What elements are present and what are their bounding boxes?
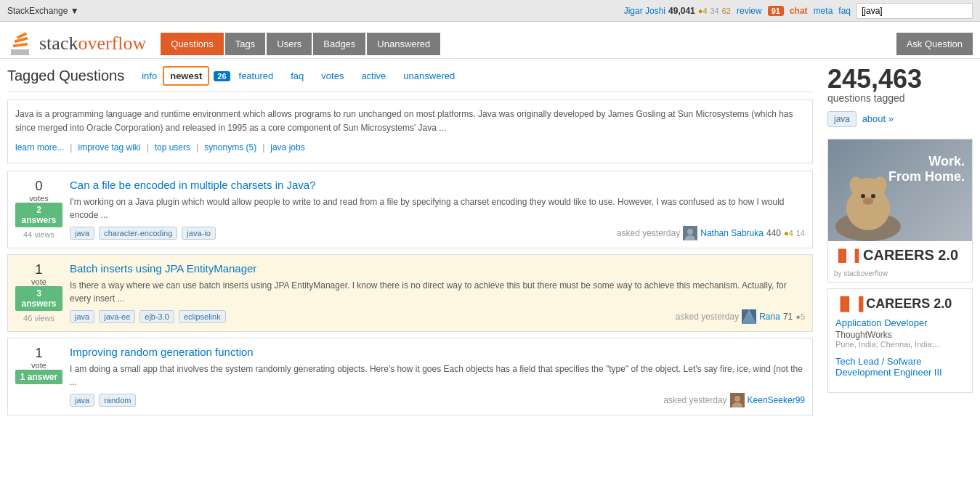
careers2-header: ▐▌▐ CAREERS 2.0: [835, 296, 965, 312]
username-link[interactable]: Rana: [759, 312, 780, 322]
stackexchange-menu[interactable]: StackExchange ▼: [7, 6, 79, 16]
job-title-link[interactable]: Application Developer: [835, 317, 965, 328]
question-tag[interactable]: java: [70, 227, 94, 240]
questions-list: 0 votes 2 answers 44 views Can a file be…: [7, 171, 813, 415]
avatar: [683, 226, 697, 240]
ad-line2: From Home.: [888, 169, 965, 184]
job-company: ThoughtWorks: [835, 330, 965, 340]
careers-byline: by stackoverflow: [828, 269, 972, 282]
badge-silver: ●5: [795, 312, 805, 321]
question-tag[interactable]: java-io: [182, 227, 215, 240]
question-body: Improving random generation function I a…: [70, 346, 805, 407]
careers-ad-1[interactable]: Work. From Home. ▐▌▐ CAREERS 2.0 by stac…: [827, 139, 973, 283]
question-stats: 0 votes 2 answers 44 views: [15, 179, 62, 240]
svg-rect-0: [11, 49, 29, 52]
faq-link[interactable]: faq: [838, 6, 851, 16]
asked-info: asked yesterday Nathan Sabruka 440 ●4 14: [617, 226, 805, 240]
votes-label: vote: [15, 361, 62, 370]
tab-faq[interactable]: faq: [283, 67, 311, 85]
tab-unanswered[interactable]: unanswered: [396, 67, 462, 85]
site-header: stackoverflow Questions Tags Users Badge…: [0, 22, 980, 59]
nav-unanswered[interactable]: Unanswered: [367, 33, 440, 55]
question-tag[interactable]: random: [99, 394, 136, 407]
chat-link[interactable]: chat: [790, 6, 808, 16]
question-stats: 1 vote 3 answers 46 views: [15, 262, 62, 324]
asked-label: asked yesterday: [663, 395, 726, 405]
java-tag[interactable]: java: [827, 111, 857, 127]
question-tag[interactable]: character-encoding: [99, 227, 177, 240]
question-user: KeenSeeker99: [730, 393, 805, 407]
tab-info[interactable]: info: [139, 67, 160, 85]
question-tag[interactable]: java: [70, 310, 94, 323]
question-footer: java random asked yesterday KeenSeeker99: [70, 393, 805, 407]
question-excerpt: I am doing a small app that involves the…: [70, 362, 805, 389]
svg-rect-2: [13, 43, 28, 48]
sidebar: 245,463 questions tagged java about »: [827, 66, 973, 421]
vote-count: 1: [15, 262, 62, 277]
question-tabs: info newest 26 featured faq votes active…: [139, 66, 462, 86]
question-tag[interactable]: eclipselink: [179, 310, 226, 323]
main-nav: Questions Tags Users Badges Unanswered: [161, 33, 440, 55]
ask-question-button[interactable]: Ask Question: [896, 33, 973, 55]
views-count: 44 views: [15, 230, 62, 239]
about-link[interactable]: about »: [862, 113, 894, 124]
logo-stack: stack: [39, 33, 78, 54]
nav-questions[interactable]: Questions: [161, 33, 224, 55]
tag-description: Java is a programming language and runti…: [7, 100, 813, 163]
question-tag[interactable]: java: [70, 394, 94, 407]
learn-more-link[interactable]: learn more...: [15, 141, 64, 155]
question-tag[interactable]: ejb-3.0: [139, 310, 174, 323]
search-input[interactable]: [857, 3, 973, 19]
topbar-left: StackExchange ▼: [7, 6, 79, 16]
votes-label: vote: [15, 277, 62, 286]
tab-featured-container: 26 featured: [212, 67, 280, 85]
tagged-questions-header: Tagged Questions info newest 26 featured…: [7, 66, 813, 92]
question-tag[interactable]: java-ee: [99, 310, 135, 323]
list-item: Application Developer ThoughtWorks Pune,…: [835, 317, 965, 349]
question-title[interactable]: Batch inserts using JPA EntityManager: [70, 262, 256, 275]
svg-point-21: [863, 198, 873, 205]
user-rep: 71: [783, 312, 793, 322]
avatar: [730, 393, 745, 407]
bar-chart-icon: ▐▌▐: [834, 249, 859, 262]
careers-icon: ▐▌▐: [835, 296, 863, 312]
topbar: StackExchange ▼ Jigar Joshi 49,041 ●4 34…: [0, 0, 980, 22]
tab-votes[interactable]: votes: [314, 67, 351, 85]
svg-rect-3: [15, 37, 28, 44]
username-link[interactable]: KeenSeeker99: [748, 395, 805, 405]
user-rep: 49,041: [668, 6, 695, 16]
question-footer: java character-encoding java-io asked ye…: [70, 226, 805, 240]
site-logo[interactable]: stackoverflow: [7, 29, 146, 58]
views-count: 46 views: [15, 314, 62, 322]
meta-link[interactable]: meta: [814, 6, 833, 16]
ad-line1: Work.: [888, 154, 965, 169]
tab-featured[interactable]: featured: [232, 67, 281, 85]
nav-badges[interactable]: Badges: [313, 33, 365, 55]
username-link[interactable]: Nathan Sabruka: [700, 228, 764, 238]
answers-badge: 1 answer: [15, 370, 62, 384]
tab-newest[interactable]: newest: [163, 66, 209, 86]
username[interactable]: Jigar Joshi: [624, 6, 665, 16]
java-jobs-link[interactable]: java jobs: [270, 141, 304, 155]
review-badge: 91: [768, 6, 784, 16]
careers-jobs-ad: ▐▌▐ CAREERS 2.0 Application Developer Th…: [827, 288, 973, 393]
answer-count: 1: [20, 372, 25, 382]
question-stats: 1 vote 1 answer: [15, 346, 62, 407]
nav-tags[interactable]: Tags: [225, 33, 265, 55]
question-title[interactable]: Improving random generation function: [70, 346, 254, 358]
svg-point-19: [861, 194, 865, 198]
nav-users[interactable]: Users: [267, 33, 312, 55]
logo-overflow: overflow: [78, 33, 146, 54]
asked-label: asked yesterday: [676, 312, 739, 322]
synonyms-link[interactable]: synonyms (5): [204, 141, 256, 155]
improve-tag-wiki-link[interactable]: improve tag wiki: [78, 141, 140, 155]
asked-info: asked yesterday KeenSeeker99: [663, 393, 805, 407]
tab-active[interactable]: active: [354, 67, 393, 85]
tag-links: learn more... | improve tag wiki | top u…: [15, 141, 805, 155]
top-users-link[interactable]: top users: [155, 141, 190, 155]
job-title-link[interactable]: Tech Lead / Sofware Development Engineer…: [835, 356, 965, 378]
question-title[interactable]: Can a file be encoded in multiple charse…: [70, 179, 316, 191]
answers-badge: 3 answers: [15, 286, 62, 311]
job-location: Pune, India; Chennai, India;...: [835, 340, 965, 349]
review-link[interactable]: review: [737, 6, 762, 16]
